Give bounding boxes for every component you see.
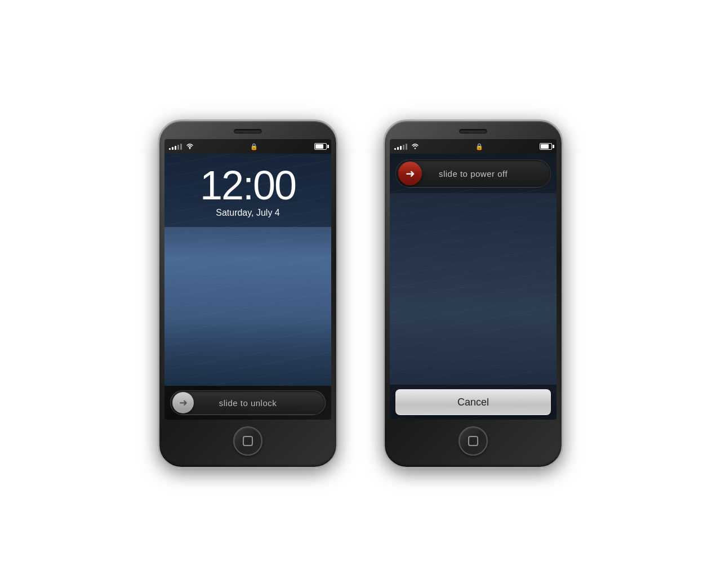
power-off-background: ➜ slide to power off Cancel [390,154,557,420]
cancel-label: Cancel [457,397,489,408]
power-off-screen: 🔒 ➜ slide to power off [390,139,557,420]
time-section: 12:00 Saturday, July 4 [164,154,331,227]
battery-icon [314,143,327,150]
lock-screen-background: 12:00 Saturday, July 4 [164,154,331,386]
power-arrow-right-icon: ➜ [406,167,415,180]
power-off-slide-container: ➜ slide to power off [390,154,557,193]
slide-to-power-off-bar[interactable]: ➜ slide to power off [395,159,551,188]
status-right-2 [540,143,552,150]
svg-point-1 [415,148,416,149]
wifi-icon-2 [411,143,419,150]
lock-icon-2: 🔒 [475,143,483,150]
signal-bars-icon-2 [394,143,407,150]
home-button-icon [243,436,253,446]
cancel-container: Cancel [390,385,557,420]
status-bar: 🔒 [164,139,331,154]
date-display: Saturday, July 4 [216,208,280,218]
power-wallpaper-area [390,193,557,385]
slide-to-unlock-bar[interactable]: ➜ slide to unlock [170,390,326,415]
speaker-grille-2 [459,129,487,133]
phones-container: 🔒 12:00 Saturday, July 4 [158,119,563,469]
status-right [314,143,327,150]
battery-icon-2 [540,143,552,150]
cancel-button[interactable]: Cancel [395,389,551,415]
phone-2-power-off: 🔒 ➜ slide to power off [383,119,563,469]
lock-screen: 🔒 12:00 Saturday, July 4 [164,139,331,420]
time-display: 12:00 [200,165,296,206]
home-button[interactable] [233,426,262,456]
slide-power-thumb[interactable]: ➜ [398,162,422,185]
lock-screen-bottom: ➜ slide to unlock [164,386,331,420]
svg-point-0 [189,148,190,149]
home-button-icon-2 [468,436,478,446]
wifi-icon [186,143,194,150]
signal-bars-icon [169,143,182,150]
speaker-grille [234,129,262,133]
slide-power-off-label: slide to power off [422,169,548,179]
phone-1-lock-screen: 🔒 12:00 Saturday, July 4 [158,119,338,469]
status-left-2 [394,143,419,150]
home-button-2[interactable] [459,426,488,456]
wallpaper-area [164,227,331,386]
status-left [169,143,194,150]
status-center: 🔒 [250,143,258,150]
status-bar-2: 🔒 [390,139,557,154]
lock-icon: 🔒 [250,143,258,150]
status-center-2: 🔒 [475,143,483,150]
